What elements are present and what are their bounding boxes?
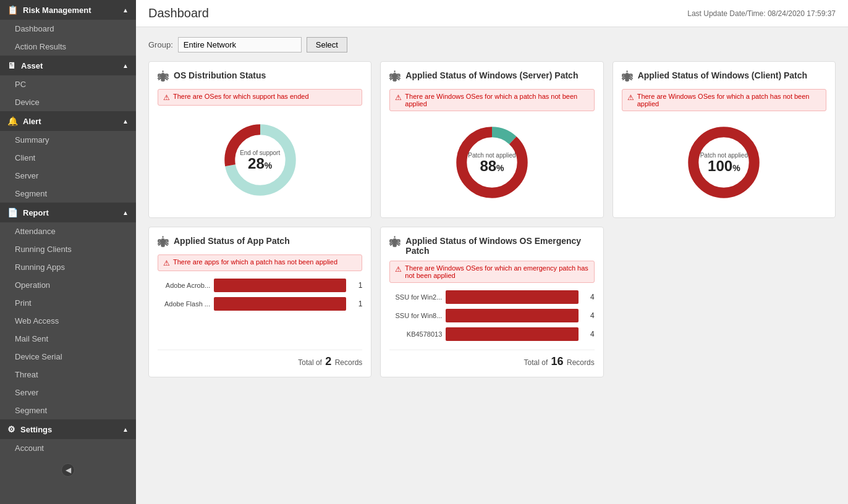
sidebar-section-settings[interactable]: ⚙Settings ▲ — [0, 419, 136, 439]
card-title-win-client: 🕷 Applied Status of Windows (Client) Pat… — [622, 70, 826, 84]
settings-icon: ⚙ — [7, 424, 15, 434]
main-content: Dashboard Last Update Date/Time: 08/24/2… — [136, 0, 848, 504]
bar-value: 4 — [582, 311, 595, 320]
alert-triangle-icon: ⚠ — [627, 93, 634, 102]
sidebar-collapse-button[interactable]: ◀ — [61, 463, 75, 477]
alert-icon: 🔔 — [7, 116, 18, 126]
sidebar-item-device[interactable]: Device — [0, 93, 136, 111]
last-update-timestamp: Last Update Date/Time: 08/24/2020 17:59:… — [687, 9, 836, 18]
app-patch-bar-chart: Adobe Acrob... 1 Adobe Flash ... 1 — [158, 276, 362, 343]
select-button[interactable]: Select — [307, 37, 347, 52]
bar-label: Adobe Acrob... — [158, 282, 210, 289]
sidebar-item-dashboard[interactable]: Dashboard — [0, 20, 136, 38]
bar-label: KB4578013 — [389, 330, 442, 338]
empty-card — [613, 227, 836, 377]
sidebar-item-server[interactable]: Server — [0, 167, 136, 185]
timestamp-value: 08/24/2020 17:59:37 — [768, 9, 836, 18]
bar-label: SSU for Win2... — [389, 293, 442, 301]
sidebar-item-summary[interactable]: Summary — [0, 131, 136, 149]
alert-triangle-icon: ⚠ — [395, 265, 402, 274]
alert-triangle-icon: ⚠ — [163, 259, 170, 267]
win-server-alert: ⚠ There are Windows OSes for which a pat… — [389, 89, 594, 111]
group-filter-bar: Group: Select — [148, 37, 836, 52]
win-emergency-card: 🕷 Applied Status of Windows OS Emergency… — [380, 227, 603, 377]
win-client-donut: Patch not applied 100% — [684, 122, 764, 203]
bar-fill — [214, 297, 346, 311]
chevron-up-icon: ▲ — [122, 209, 129, 216]
win-emergency-bar-chart: SSU for Win2... 4 SSU for Win8... 4 KB45… — [389, 288, 594, 343]
sidebar-item-device-serial[interactable]: Device Serial — [0, 348, 136, 366]
win-server-donut: Patch not applied 88% — [452, 122, 532, 203]
app-patch-footer: Total of 2 Records — [158, 350, 362, 368]
sidebar-section-report[interactable]: 📄Report ▲ — [0, 203, 136, 222]
sidebar-section-asset[interactable]: 🖥Asset ▲ — [0, 56, 136, 75]
card-title-app-patch: 🕷 Applied Status of App Patch — [158, 236, 362, 250]
group-label: Group: — [148, 40, 173, 49]
win-server-donut-center: Patch not applied 88% — [468, 151, 515, 174]
sidebar-item-web-access[interactable]: Web Access — [0, 312, 136, 330]
sidebar: 📋Risk Management ▲ Dashboard Action Resu… — [0, 0, 136, 504]
asset-icon: 🖥 — [7, 61, 16, 70]
win-client-value: 100% — [700, 159, 748, 174]
bar-row: KB4578013 4 — [389, 327, 594, 341]
win-client-patch-card: 🕷 Applied Status of Windows (Client) Pat… — [613, 61, 836, 218]
bar-label: Adobe Flash ... — [158, 300, 210, 308]
card-title-win-emergency: 🕷 Applied Status of Windows OS Emergency… — [389, 236, 594, 256]
card-title-os-dist: 🕷 OS Distribution Status — [158, 70, 362, 84]
os-dist-icon: 🕷 — [158, 71, 169, 84]
sidebar-section-label: Alert — [23, 117, 41, 126]
sidebar-item-operation[interactable]: Operation — [0, 276, 136, 294]
win-server-value: 88% — [468, 159, 515, 174]
sidebar-item-account[interactable]: Account — [0, 439, 136, 457]
os-dist-value: 28% — [240, 156, 280, 171]
bar-fill — [446, 290, 578, 304]
bar-row: Adobe Acrob... 1 — [158, 279, 362, 292]
sidebar-item-server-report[interactable]: Server — [0, 384, 136, 401]
sidebar-section-alert[interactable]: 🔔Alert ▲ — [0, 111, 136, 131]
sidebar-item-client[interactable]: Client — [0, 149, 136, 167]
sidebar-section-label: Asset — [21, 61, 43, 70]
alert-triangle-icon: ⚠ — [163, 93, 170, 102]
sidebar-item-segment-report[interactable]: Segment — [0, 401, 136, 419]
bar-row: SSU for Win2... 4 — [389, 290, 594, 304]
dashboard-content: Group: Select 🕷 OS Distribution Status ⚠… — [136, 27, 848, 504]
page-title: Dashboard — [148, 6, 209, 20]
group-input[interactable] — [178, 37, 302, 52]
sidebar-item-action-results[interactable]: Action Results — [0, 38, 136, 56]
topbar: Dashboard Last Update Date/Time: 08/24/2… — [136, 0, 848, 27]
sidebar-item-running-apps[interactable]: Running Apps — [0, 258, 136, 276]
bar-row: SSU for Win8... 4 — [389, 309, 594, 322]
win-server-patch-card: 🕷 Applied Status of Windows (Server) Pat… — [380, 61, 603, 218]
os-distribution-card: 🕷 OS Distribution Status ⚠ There are OSe… — [148, 61, 371, 218]
footer-total: 16 — [551, 355, 564, 368]
sidebar-item-print[interactable]: Print — [0, 294, 136, 312]
timestamp-label: Last Update Date/Time: — [687, 9, 765, 18]
sidebar-item-threat[interactable]: Threat — [0, 366, 136, 384]
footer-total: 2 — [325, 355, 331, 368]
sidebar-item-mail-sent[interactable]: Mail Sent — [0, 330, 136, 348]
sidebar-item-running-clients[interactable]: Running Clients — [0, 240, 136, 258]
app-patch-alert: ⚠ There are apps for which a patch has n… — [158, 254, 362, 271]
sidebar-section-label: Report — [23, 208, 49, 217]
alert-triangle-icon: ⚠ — [395, 93, 402, 102]
sidebar-section-risk-management[interactable]: 📋Risk Management ▲ — [0, 0, 136, 20]
sidebar-section-label: Risk Management — [23, 6, 91, 15]
sidebar-item-pc[interactable]: PC — [0, 75, 136, 93]
sidebar-item-attendance[interactable]: Attendance — [0, 222, 136, 240]
bar-value: 4 — [582, 330, 595, 338]
win-emergency-alert: ⚠ There are Windows OSes for which an em… — [389, 261, 594, 283]
os-dist-alert: ⚠ There are OSes for which support has e… — [158, 89, 362, 106]
win-client-donut-container: Patch not applied 100% — [622, 116, 826, 209]
bar-value: 4 — [582, 293, 595, 301]
bar-value: 1 — [350, 281, 362, 290]
win-emergency-footer: Total of 16 Records — [389, 350, 594, 368]
sidebar-item-segment[interactable]: Segment — [0, 185, 136, 203]
card-title-win-server: 🕷 Applied Status of Windows (Server) Pat… — [389, 70, 594, 84]
app-patch-card: 🕷 Applied Status of App Patch ⚠ There ar… — [148, 227, 371, 377]
os-dist-donut: End of support 28% — [220, 120, 300, 200]
win-emergency-icon: 🕷 — [389, 237, 401, 250]
cards-row-1: 🕷 OS Distribution Status ⚠ There are OSe… — [148, 61, 836, 218]
chevron-up-icon: ▲ — [122, 426, 129, 433]
os-dist-donut-container: End of support 28% — [158, 111, 362, 209]
report-icon: 📄 — [7, 208, 18, 217]
